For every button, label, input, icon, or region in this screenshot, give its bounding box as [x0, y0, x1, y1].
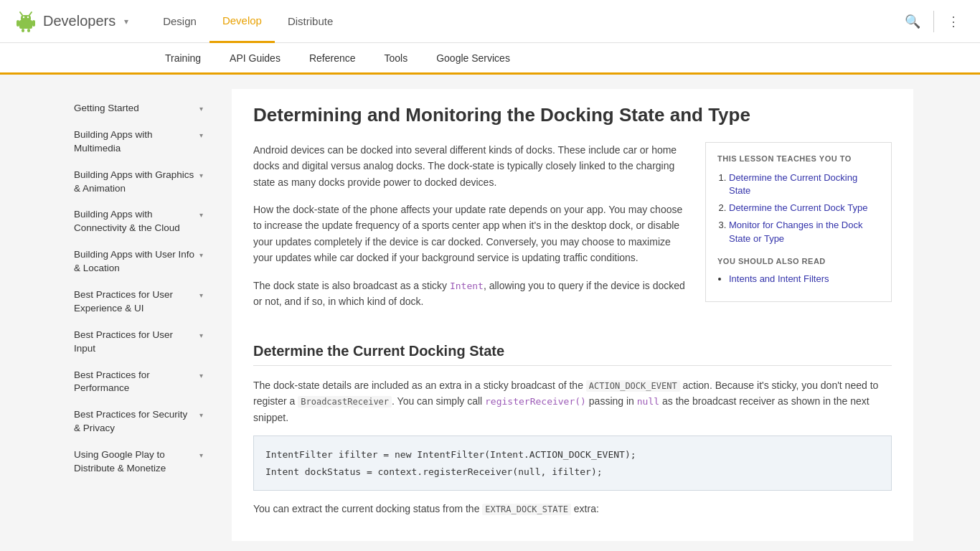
- svg-point-4: [23, 16, 24, 17]
- sidebar-item-getting-started[interactable]: Getting Started ▾: [67, 96, 210, 121]
- nav-design[interactable]: Design: [150, 0, 209, 43]
- sidebar-item-performance[interactable]: Best Practices for Performance ▾: [67, 363, 210, 402]
- android-logo-icon: [14, 10, 37, 33]
- sidebar-section-1: Building Apps with Multimedia ▾: [67, 123, 210, 161]
- sidebar-section-0: Getting Started ▾: [67, 96, 210, 121]
- content-body: Android devices can be docked into sever…: [253, 142, 892, 321]
- chevron-down-icon: ▾: [199, 410, 203, 420]
- sidebar-section-7: Best Practices for Performance ▾: [67, 363, 210, 402]
- brand-dropdown-icon[interactable]: ▾: [124, 17, 128, 27]
- sidebar-item-connectivity[interactable]: Building Apps with Connectivity & the Cl…: [67, 202, 210, 241]
- aside-box: THIS LESSON TEACHES YOU TO Determine the…: [705, 142, 892, 302]
- svg-rect-7: [32, 20, 35, 27]
- chevron-down-icon: ▾: [199, 291, 203, 301]
- intro-paragraph-2: How the dock-state of the phone affects …: [253, 202, 691, 266]
- sidebar-section-3: Building Apps with Connectivity & the Cl…: [67, 202, 210, 241]
- top-nav-links: Design Develop Distribute: [150, 0, 899, 43]
- chevron-down-icon: ▾: [199, 210, 203, 220]
- sidebar-label-connectivity: Building Apps with Connectivity & the Cl…: [74, 208, 197, 235]
- sec-nav-reference[interactable]: Reference: [295, 42, 370, 74]
- chevron-down-icon: ▾: [199, 171, 203, 181]
- sec-nav-api-guides[interactable]: API Guides: [215, 42, 295, 74]
- list-item: Intents and Intent Filters: [729, 273, 880, 286]
- content-area: Determining and Monitoring the Docking S…: [232, 89, 913, 541]
- sidebar-section-2: Building Apps with Graphics & Animation …: [67, 163, 210, 202]
- sidebar-item-ux-ui[interactable]: Best Practices for User Experience & UI …: [67, 283, 210, 321]
- sec-nav-training[interactable]: Training: [151, 42, 215, 74]
- lesson-link-2[interactable]: Determine the Current Dock Type: [729, 202, 867, 213]
- s1p1-mid3: passing in: [586, 395, 637, 407]
- sidebar-item-user-input[interactable]: Best Practices for User Input ▾: [67, 323, 210, 362]
- more-options-icon[interactable]: ⋮: [941, 8, 966, 35]
- svg-rect-1: [21, 15, 31, 22]
- extra-dock-state-code: EXTRA_DOCK_STATE: [482, 504, 571, 515]
- nav-distribute[interactable]: Distribute: [275, 0, 346, 43]
- sidebar-label-graphics: Building Apps with Graphics & Animation: [74, 169, 197, 196]
- intent-inline-code: Intent: [450, 281, 484, 291]
- s1p1-mid2: . You can simply call: [392, 395, 485, 407]
- sidebar-label-security: Best Practices for Security & Privacy: [74, 408, 197, 435]
- sidebar-item-user-info[interactable]: Building Apps with User Info & Location …: [67, 242, 210, 281]
- lesson-list: Determine the Current Docking State Dete…: [717, 171, 880, 245]
- sidebar-label-user-input: Best Practices for User Input: [74, 329, 197, 356]
- s1p2-end: extra:: [571, 503, 599, 514]
- also-read-list: Intents and Intent Filters: [717, 273, 880, 286]
- sidebar-label-user-info: Building Apps with User Info & Location: [74, 248, 197, 276]
- also-read-link-1[interactable]: Intents and Intent Filters: [729, 273, 829, 284]
- chevron-down-icon: ▾: [199, 371, 203, 381]
- svg-rect-8: [22, 29, 24, 32]
- lesson-link-1[interactable]: Determine the Current Docking State: [729, 172, 857, 196]
- sidebar-section-6: Best Practices for User Input ▾: [67, 323, 210, 362]
- brand-name: Developers: [43, 13, 116, 29]
- logo-area[interactable]: Developers ▾: [14, 10, 128, 33]
- list-item: Monitor for Changes in the Dock State or…: [729, 219, 880, 245]
- s1p1-pre: The dock-state details are included as a…: [253, 380, 586, 391]
- sidebar-section-8: Best Practices for Security & Privacy ▾: [67, 402, 210, 441]
- section1-heading: Determine the Current Docking State: [253, 343, 892, 366]
- lesson-link-3[interactable]: Monitor for Changes in the Dock State or…: [729, 220, 862, 243]
- sidebar-label-ux-ui: Best Practices for User Experience & UI: [74, 288, 197, 316]
- sidebar-section-9: Using Google Play to Distribute & Moneti…: [67, 443, 210, 481]
- search-icon[interactable]: 🔍: [899, 8, 926, 35]
- main-text: Android devices can be docked into sever…: [253, 142, 691, 321]
- list-item: Determine the Current Dock Type: [729, 202, 880, 215]
- chevron-down-icon: ▾: [199, 131, 203, 141]
- sidebar: Getting Started ▾ Building Apps with Mul…: [67, 89, 210, 541]
- s1p2-pre: You can extract the current docking stat…: [253, 503, 482, 514]
- main-layout: Getting Started ▾ Building Apps with Mul…: [60, 75, 920, 551]
- section1-para1: The dock-state details are included as a…: [253, 377, 892, 426]
- sec-nav-google-services[interactable]: Google Services: [422, 42, 524, 74]
- broadcast-receiver-code: BroadcastReceiver: [298, 396, 392, 408]
- full-text: Determine the Current Docking State The …: [253, 343, 892, 517]
- sidebar-section-5: Best Practices for User Experience & UI …: [67, 283, 210, 321]
- sidebar-label-multimedia: Building Apps with Multimedia: [74, 128, 197, 156]
- sidebar-item-google-play[interactable]: Using Google Play to Distribute & Moneti…: [67, 443, 210, 481]
- section1-para2: You can extract the current docking stat…: [253, 501, 892, 517]
- sidebar-label-getting-started: Getting Started: [74, 102, 197, 116]
- sidebar-item-security[interactable]: Best Practices for Security & Privacy ▾: [67, 402, 210, 441]
- chevron-down-icon: ▾: [199, 331, 203, 341]
- svg-line-2: [20, 12, 22, 15]
- intro-paragraph-3: The dock state is also broadcast as a st…: [253, 278, 691, 310]
- chevron-down-icon: ▾: [199, 451, 203, 461]
- sidebar-label-google-play: Using Google Play to Distribute & Moneti…: [74, 448, 197, 476]
- register-receiver-code: registerReceiver(): [485, 396, 586, 407]
- top-navigation: Developers ▾ Design Develop Distribute 🔍…: [0, 0, 980, 43]
- null-code: null: [637, 396, 659, 407]
- svg-line-3: [29, 12, 32, 15]
- lesson-teaches-title: THIS LESSON TEACHES YOU TO: [717, 154, 880, 163]
- action-dock-event-code: ACTION_DOCK_EVENT: [586, 380, 680, 392]
- nav-develop[interactable]: Develop: [209, 0, 275, 43]
- svg-point-5: [27, 16, 29, 17]
- intro-paragraph-1: Android devices can be docked into sever…: [253, 142, 691, 190]
- vertical-divider: [933, 11, 934, 32]
- chevron-down-icon: ▾: [199, 104, 203, 114]
- sidebar-item-multimedia[interactable]: Building Apps with Multimedia ▾: [67, 123, 210, 161]
- sidebar-item-graphics[interactable]: Building Apps with Graphics & Animation …: [67, 163, 210, 202]
- secondary-navigation: Training API Guides Reference Tools Goog…: [0, 43, 980, 75]
- sec-nav-tools[interactable]: Tools: [369, 42, 422, 74]
- svg-rect-9: [27, 29, 30, 32]
- page-title: Determining and Monitoring the Docking S…: [253, 103, 892, 128]
- sidebar-section-4: Building Apps with User Info & Location …: [67, 242, 210, 281]
- list-item: Determine the Current Docking State: [729, 171, 880, 197]
